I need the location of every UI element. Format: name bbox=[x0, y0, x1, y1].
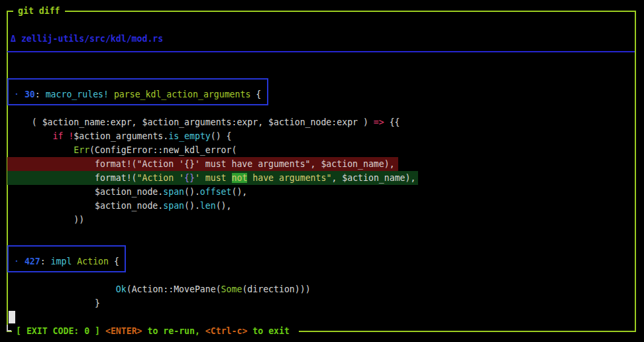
terminal-cursor bbox=[9, 311, 15, 323]
status-text: [ EXIT CODE: 0 ] bbox=[16, 326, 105, 336]
status-text: to exit bbox=[247, 326, 294, 336]
code-line: Ok(Action::MovePane(Some(direction))) bbox=[0, 282, 644, 296]
status-bar: [ EXIT CODE: 0 ] <ENTER> to re-run, <Ctr… bbox=[12, 324, 299, 338]
diff-removed-line: format!("Action '{}' must have arguments… bbox=[0, 157, 644, 171]
window-title: git diff bbox=[13, 4, 65, 18]
code-line: $action_node.span().len(), bbox=[0, 199, 644, 213]
code-line: ( $action_name:expr, $action_arguments:e… bbox=[0, 115, 644, 129]
status-key-hint: <ENTER> bbox=[105, 326, 142, 336]
diff-added-line: format!("Action '{}' must not have argum… bbox=[0, 171, 644, 185]
status-text: to re-run, bbox=[142, 326, 205, 336]
hunk-header-line-30: · 30: macro_rules! parse_kdl_action_argu… bbox=[0, 87, 644, 101]
code-line: Err(ConfigError::new_kdl_error( bbox=[0, 143, 644, 157]
code-line: if !$action_arguments.is_empty() { bbox=[0, 129, 644, 143]
terminal-screen: git diff Δ zellij-utils/src/kdl/mod.rs· … bbox=[0, 0, 644, 342]
code-line: )) bbox=[0, 213, 644, 227]
code-line: } bbox=[0, 296, 644, 310]
diff-content: Δ zellij-utils/src/kdl/mod.rs· 30: macro… bbox=[0, 0, 644, 342]
file-path-line: Δ zellij-utils/src/kdl/mod.rs bbox=[0, 32, 644, 46]
frame-corner-bottom-left bbox=[7, 325, 11, 331]
status-key-hint: <Ctrl-c> bbox=[205, 326, 248, 336]
hunk-header-line-427: · 427: impl Action { bbox=[0, 255, 644, 268]
code-line: $action_node.span().offset(), bbox=[0, 185, 644, 199]
